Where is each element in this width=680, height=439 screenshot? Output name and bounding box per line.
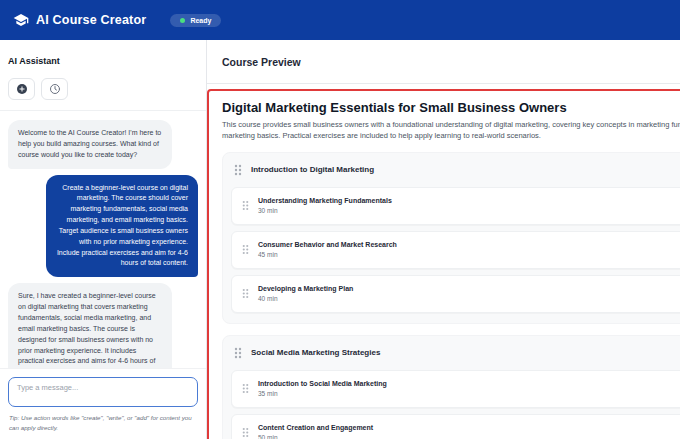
module-title: Introduction to Digital Marketing: [251, 165, 374, 174]
new-chat-button[interactable]: [8, 78, 35, 100]
ai-assistant-sidebar: AI Assistant Welcome to the AI Course Cr…: [0, 40, 207, 439]
chat-composer: [0, 368, 206, 410]
course-title: Digital Marketing Essentials for Small B…: [222, 100, 680, 115]
lesson-title: Content Creation and Engagement: [258, 424, 373, 431]
lesson-title: Developing a Marketing Plan: [258, 285, 353, 292]
course-card-selected[interactable]: Digital Marketing Essentials for Small B…: [207, 89, 680, 439]
module-header[interactable]: Introduction to Digital Marketing: [223, 153, 680, 184]
drag-handle-icon[interactable]: [234, 347, 242, 359]
module-title: Social Media Marketing Strategies: [251, 348, 380, 357]
drag-handle-icon[interactable]: [242, 244, 249, 255]
module-card: Introduction to Digital Marketing Unders…: [222, 152, 680, 324]
lesson-duration: 40 min: [258, 295, 353, 302]
assistant-message: Sure, I have created a beginner-level co…: [8, 283, 172, 368]
app-header: AI Course Creator Ready: [0, 0, 680, 40]
drag-handle-icon[interactable]: [242, 427, 249, 438]
sidebar-header: AI Assistant: [0, 40, 206, 66]
lesson-card[interactable]: Developing a Marketing Plan 40 min: [231, 275, 680, 313]
composer-tip: Tip: Use action words like "create", "wr…: [0, 410, 206, 439]
status-badge: Ready: [170, 14, 221, 27]
course-description: This course provides small business owne…: [222, 119, 680, 142]
drag-handle-icon[interactable]: [242, 200, 249, 211]
course-preview-panel: Course Preview Digital Marketing Essenti…: [207, 40, 680, 439]
lesson-list: Understanding Marketing Fundamentals 30 …: [223, 184, 680, 323]
lesson-title: Understanding Marketing Fundamentals: [258, 197, 392, 204]
plus-circle-icon: [16, 83, 28, 95]
drag-handle-icon[interactable]: [234, 164, 242, 176]
preview-title: Course Preview: [222, 56, 301, 68]
lesson-card[interactable]: Introduction to Social Media Marketing 3…: [231, 370, 680, 408]
preview-header: Course Preview: [207, 40, 680, 84]
lesson-duration: 30 min: [258, 207, 392, 214]
lesson-duration: 45 min: [258, 251, 397, 258]
status-label: Ready: [190, 17, 211, 24]
assistant-message: Welcome to the AI Course Creator! I'm he…: [8, 120, 172, 169]
module-list: Introduction to Digital Marketing Unders…: [222, 152, 680, 439]
lesson-card[interactable]: Understanding Marketing Fundamentals 30 …: [231, 187, 680, 225]
lesson-card[interactable]: Content Creation and Engagement 50 min: [231, 414, 680, 439]
module-header[interactable]: Social Media Marketing Strategies: [223, 336, 680, 367]
sidebar-toolbar: [0, 66, 206, 111]
lesson-list: Introduction to Social Media Marketing 3…: [223, 367, 680, 439]
lesson-card[interactable]: Consumer Behavior and Market Research 45…: [231, 231, 680, 269]
drag-handle-icon[interactable]: [242, 383, 249, 394]
lesson-title: Consumer Behavior and Market Research: [258, 241, 397, 248]
lesson-duration: 50 min: [258, 434, 373, 439]
ready-dot-icon: [180, 18, 185, 23]
main-layout: AI Assistant Welcome to the AI Course Cr…: [0, 40, 680, 439]
history-button[interactable]: [41, 78, 68, 100]
graduation-cap-icon: [13, 12, 29, 28]
lesson-duration: 35 min: [258, 390, 387, 397]
app-title: AI Course Creator: [36, 13, 146, 27]
drag-handle-icon[interactable]: [242, 288, 249, 299]
chat-input[interactable]: [8, 377, 198, 407]
module-card: Social Media Marketing Strategies Introd…: [222, 335, 680, 439]
sidebar-title: AI Assistant: [8, 56, 198, 66]
user-message: Create a beginner-level course on digita…: [46, 175, 198, 278]
lesson-title: Introduction to Social Media Marketing: [258, 380, 387, 387]
history-clock-icon: [49, 83, 61, 95]
chat-message-list: Welcome to the AI Course Creator! I'm he…: [0, 111, 206, 368]
